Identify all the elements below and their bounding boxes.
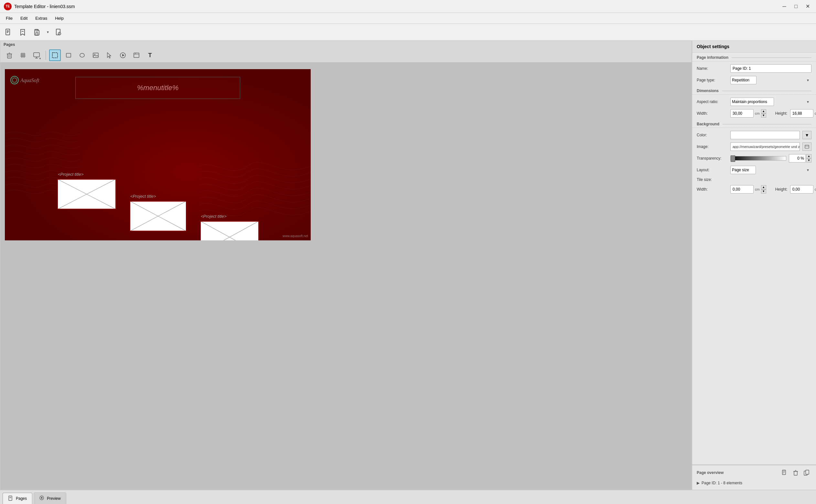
tile-height-unit: cm [815, 187, 816, 191]
project-title-2: <Project title> [130, 194, 156, 199]
page-list-item[interactable]: ▶ Page ID: 1 - 8 elements [692, 479, 816, 487]
pages-tab[interactable]: Pages [3, 493, 32, 504]
window-controls: ─ □ ✕ [780, 2, 812, 11]
main-layout: Pages ▼ [0, 41, 816, 490]
preview-tab[interactable]: Preview [34, 492, 66, 504]
cursor-tool[interactable] [103, 49, 115, 61]
aspect-ratio-select[interactable]: Maintain proportions Free 4:3 16:9 [730, 98, 774, 106]
image-placeholder-3[interactable]: <Project title> [200, 221, 259, 240]
svg-marker-29 [107, 53, 111, 58]
pages-section-label: Pages [4, 42, 688, 47]
aspect-ratio-row: Aspect ratio: Maintain proportions Free … [692, 96, 816, 108]
tile-width-stepper[interactable]: ▲ ▼ [761, 185, 766, 194]
tile-height-input[interactable] [790, 185, 813, 194]
play-tool[interactable] [117, 49, 129, 61]
select-tool[interactable] [49, 49, 61, 61]
bookmark-button[interactable] [17, 26, 28, 38]
svg-rect-0 [6, 29, 10, 35]
trans-up[interactable]: ▲ [806, 154, 811, 158]
height-input-group: cm ▲ ▼ [790, 109, 816, 118]
add-page-overview-btn[interactable] [780, 468, 790, 478]
page-item-label: Page ID: 1 - 8 elements [702, 481, 742, 485]
tile-dimensions-row: Width: cm ▲ ▼ Height: cm ▲ ▼ [692, 184, 816, 195]
close-button[interactable]: ✕ [803, 2, 812, 11]
dimensions-header: Dimensions [692, 86, 816, 95]
aspect-ratio-arrow: ▼ [806, 100, 810, 104]
overview-actions [780, 468, 811, 478]
layout-select-wrapper: Page size Tile Stretch Center ▼ [730, 166, 811, 174]
color-dropdown-btn[interactable]: ▼ [802, 131, 811, 139]
layout-select[interactable]: Page size Tile Stretch Center [730, 166, 756, 174]
page-type-label: Page type: [697, 78, 728, 82]
width-label: Width: [697, 111, 728, 116]
menu-extras[interactable]: Extras [32, 15, 50, 22]
transparency-slider[interactable] [730, 155, 786, 162]
canvas-panel: Pages ▼ [0, 41, 692, 490]
title-bar: TE Template Editor - linien03.ssm ─ □ ✕ [0, 0, 816, 13]
width-down[interactable]: ▼ [761, 113, 766, 118]
width-up[interactable]: ▲ [761, 109, 766, 113]
delete-tool[interactable] [4, 49, 15, 61]
name-row: Name: [692, 63, 816, 74]
transparency-slider-bg [730, 156, 786, 161]
save-button[interactable] [31, 26, 43, 38]
duplicate-page-overview-btn[interactable] [802, 468, 811, 478]
project-title-1: <Project title> [58, 172, 84, 177]
image-row: Image: app://menuwizard/presets/geometri… [692, 141, 816, 152]
monitor-tool[interactable]: ▼ [31, 49, 42, 61]
height-input[interactable] [790, 109, 813, 118]
new-page-button[interactable] [3, 26, 14, 38]
image-label: Image: [697, 144, 728, 149]
image-tool[interactable] [90, 49, 101, 61]
svg-rect-6 [36, 29, 38, 31]
page-type-select[interactable]: Repetition Normal Menu [730, 76, 757, 84]
image-placeholder-2[interactable]: <Project title> [130, 201, 186, 231]
width-stepper[interactable]: ▲ ▼ [761, 109, 766, 118]
transparency-value-input[interactable] [789, 154, 806, 163]
svg-rect-10 [7, 54, 11, 58]
tile-height-label: Height: [775, 187, 788, 192]
aspect-ratio-select-wrapper: Maintain proportions Free 4:3 16:9 ▼ [730, 98, 811, 106]
svg-rect-47 [782, 470, 786, 475]
grid-tool[interactable] [17, 49, 29, 61]
tile-width-up[interactable]: ▲ [761, 185, 766, 189]
image-browse-button[interactable] [802, 142, 811, 151]
rectangle-tool[interactable] [63, 49, 74, 61]
title-placeholder[interactable]: %menutitle% [75, 77, 240, 99]
width-input-group: cm ▲ ▼ [730, 109, 766, 118]
minimize-button[interactable]: ─ [780, 2, 789, 11]
properties-button[interactable] [53, 26, 65, 38]
maximize-button[interactable]: □ [791, 2, 800, 11]
app-icon: TE [4, 3, 12, 10]
svg-marker-31 [122, 54, 124, 57]
svg-point-37 [12, 78, 17, 82]
svg-rect-25 [66, 53, 71, 57]
color-swatch[interactable] [730, 131, 800, 139]
menu-help[interactable]: Help [52, 15, 67, 22]
media-tool[interactable] [131, 49, 142, 61]
height-label: Height: [775, 111, 788, 116]
menu-file[interactable]: File [3, 15, 16, 22]
name-input[interactable] [730, 64, 811, 73]
save-dropdown-button[interactable]: ▼ [45, 26, 50, 38]
delete-page-overview-btn[interactable] [791, 468, 800, 478]
page-overview: Page overview ▶ Page ID: 1 - 8 elements [692, 465, 816, 490]
background-header: Background [692, 119, 816, 128]
tile-size-label-row: Tile size: [692, 176, 816, 184]
transparency-slider-handle[interactable] [731, 155, 735, 162]
ellipse-tool[interactable] [76, 49, 88, 61]
preview-tab-icon [39, 495, 44, 501]
menu-bar: File Edit Extras Help [0, 13, 816, 24]
image-placeholder-1[interactable]: <Project title> [57, 179, 116, 209]
tile-width-input[interactable] [730, 185, 754, 194]
width-input[interactable] [730, 109, 754, 118]
svg-rect-24 [52, 53, 58, 58]
text-tool[interactable]: T [144, 49, 156, 61]
trans-down[interactable]: ▼ [806, 158, 811, 163]
tile-width-down[interactable]: ▼ [761, 189, 766, 194]
menu-edit[interactable]: Edit [17, 15, 31, 22]
color-label: Color: [697, 133, 728, 137]
color-row: Color: ▼ [692, 129, 816, 141]
svg-rect-21 [34, 53, 39, 57]
svg-line-43 [201, 222, 258, 240]
